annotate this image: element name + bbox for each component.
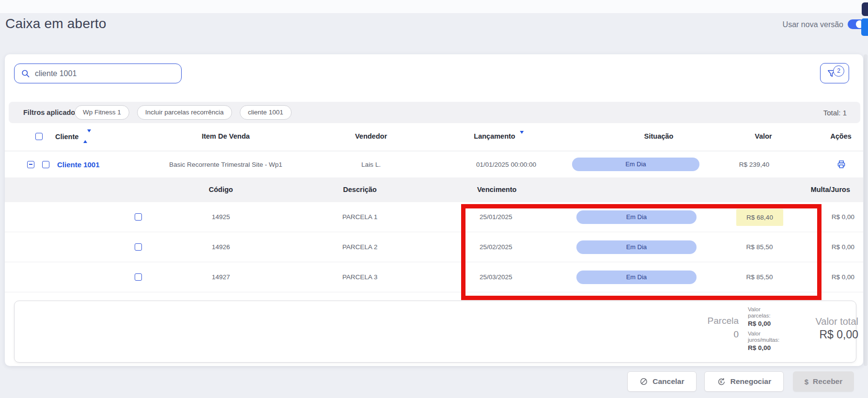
summary-total-label: Valor total xyxy=(775,316,858,327)
parcel-checkbox[interactable] xyxy=(135,213,142,221)
search-icon xyxy=(21,69,30,78)
renegotiate-label: Renegociar xyxy=(730,377,771,386)
parcel-code: 14926 xyxy=(212,243,230,251)
filter-button[interactable]: 2 xyxy=(820,63,849,83)
subcolumn-header-vencimento: Vencimento xyxy=(477,186,516,193)
parcel-fee: R$ 0,00 xyxy=(832,243,854,251)
status-badge: Em Dia xyxy=(572,158,699,171)
parcel-code: 14927 xyxy=(212,273,230,281)
row-separator xyxy=(5,292,863,292)
column-header-cliente[interactable]: Cliente xyxy=(55,132,91,141)
row-separator xyxy=(5,232,863,232)
parcel-desc: PARCELA 1 xyxy=(342,213,378,221)
edge-widget-dark[interactable] xyxy=(862,2,868,16)
parcel-due: 25/03/2025 xyxy=(480,273,512,281)
sale-item: Basic Recorrente Trimestral Site - Wp1 xyxy=(169,161,282,168)
column-header-acoes: Ações xyxy=(830,132,852,140)
parcel-status-badge: Em Dia xyxy=(576,271,697,284)
scrollbar[interactable] xyxy=(864,54,868,366)
search-input[interactable] xyxy=(35,69,161,78)
parcel-code: 14925 xyxy=(212,213,230,221)
subcolumn-header-descricao: Descrição xyxy=(343,186,376,193)
parcel-due: 25/02/2025 xyxy=(480,243,512,251)
sale-date: 01/01/2025 00:00:00 xyxy=(476,161,536,168)
client-link[interactable]: Cliente 1001 xyxy=(57,160,100,169)
row-checkbox[interactable] xyxy=(42,161,49,168)
select-all-checkbox[interactable] xyxy=(35,133,43,140)
summary-valor-juros-value: R$ 0,00 xyxy=(748,344,779,351)
summary-valor-parcelas-label-1: Valor xyxy=(748,306,779,313)
subcolumn-header-codigo: Código xyxy=(209,186,233,193)
sort-both-icon[interactable] xyxy=(83,132,91,140)
column-header-item: Item De Venda xyxy=(202,132,249,140)
svg-text:$: $ xyxy=(720,380,722,384)
column-header-valor: Valor xyxy=(755,132,772,140)
header-separator xyxy=(5,151,863,151)
parcel-value: R$ 85,50 xyxy=(746,273,773,281)
print-icon[interactable] xyxy=(837,159,846,169)
parcel-desc: PARCELA 3 xyxy=(342,273,378,281)
filter-chip-unit[interactable]: Wp Fitness 1 xyxy=(75,105,129,120)
column-header-vendedor: Vendedor xyxy=(355,132,387,140)
parcel-checkbox[interactable] xyxy=(135,273,142,281)
column-header-situacao: Situação xyxy=(644,132,673,140)
parcel-status-badge: Em Dia xyxy=(576,240,697,254)
parcel-checkbox[interactable] xyxy=(135,243,142,251)
parcel-due: 25/01/2025 xyxy=(480,213,512,221)
cancel-label: Cancelar xyxy=(652,377,684,386)
column-header-lancamento[interactable]: Lançamento xyxy=(474,132,524,142)
parcel-fee: R$ 0,00 xyxy=(832,273,854,281)
summary-parcela-label: Parcela xyxy=(683,316,739,326)
filter-chip-client[interactable]: cliente 1001 xyxy=(240,105,292,120)
receive-button[interactable]: $ Receber xyxy=(793,371,854,392)
applied-filters-bar: Filtros aplicados: Wp Fitness 1 Incluir … xyxy=(9,102,860,123)
filters-label: Filtros aplicados: xyxy=(23,109,81,116)
page-title: Caixa em aberto xyxy=(5,16,106,32)
main-card: 2 Filtros aplicados: Wp Fitness 1 Inclui… xyxy=(5,54,863,366)
filter-chip-recurrence[interactable]: Incluir parcelas recorrência xyxy=(137,105,232,120)
collapse-row-button[interactable] xyxy=(27,161,34,168)
row-separator xyxy=(5,262,863,262)
edge-widget-blue[interactable] xyxy=(861,18,868,36)
parcel-desc: PARCELA 2 xyxy=(342,243,378,251)
summary-total-value: R$ 0,00 xyxy=(775,328,858,341)
sale-vendor: Lais L. xyxy=(361,161,381,168)
column-header-lancamento-label: Lançamento xyxy=(474,132,515,140)
sort-down-icon[interactable] xyxy=(520,134,524,142)
subtable-header-band xyxy=(5,177,863,202)
column-header-cliente-label: Cliente xyxy=(55,133,78,141)
renegotiate-button[interactable]: $ Renegociar xyxy=(704,371,784,392)
parcel-value-highlighted: R$ 68,40 xyxy=(736,209,783,226)
subcolumn-header-multa: Multa/Juros xyxy=(811,186,850,193)
filter-count-badge: 2 xyxy=(833,65,844,77)
parcel-fee: R$ 0,00 xyxy=(832,213,854,221)
results-total: Total: 1 xyxy=(823,109,847,117)
parcel-status-badge: Em Dia xyxy=(576,210,697,224)
summary-parcela-count: 0 xyxy=(683,329,739,340)
receive-label: Receber xyxy=(813,377,842,386)
top-strip xyxy=(0,0,868,13)
sale-value: R$ 239,40 xyxy=(739,161,769,168)
summary-box: Parcela 0 Valor parcelas: R$ 0,00 Valor … xyxy=(14,301,856,363)
renegotiate-icon: $ xyxy=(717,377,726,386)
version-toggle-label: Usar nova versão xyxy=(756,20,843,29)
cancel-icon xyxy=(639,377,648,386)
cancel-button[interactable]: Cancelar xyxy=(627,371,697,392)
dollar-icon: $ xyxy=(805,378,808,386)
parcel-value: R$ 85,50 xyxy=(746,243,773,251)
search-box[interactable] xyxy=(14,64,182,83)
filter-chips: Wp Fitness 1 Incluir parcelas recorrênci… xyxy=(75,105,292,120)
